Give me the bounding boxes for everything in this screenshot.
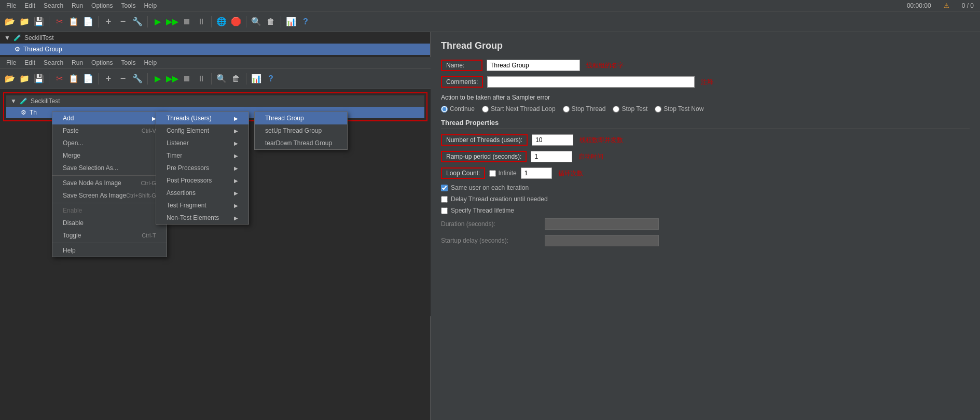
overlay-menu-options[interactable]: Options [87, 58, 117, 67]
radio-stop-thread[interactable]: Stop Thread [563, 105, 606, 113]
ov-save-btn[interactable]: 💾 [32, 72, 46, 86]
ctx-save-node[interactable]: Save Node As Image Ctrl-G [52, 177, 167, 189]
submenu-threads-users[interactable]: Threads (Users) ▶ [156, 112, 249, 124]
submenu-teardown-thread-group[interactable]: tearDown Thread Group [255, 137, 347, 149]
thread-group-label: Thread Group [265, 115, 304, 122]
ov-start-btn[interactable]: ▶ [151, 72, 164, 86]
ctx-toggle-label: Toggle [63, 232, 81, 239]
menu-run[interactable]: Run [67, 1, 87, 10]
submenu-config-element[interactable]: Config Element ▶ [156, 124, 249, 137]
radio-stop-test-now[interactable]: Stop Test Now [655, 105, 703, 113]
ctx-open[interactable]: Open... [52, 137, 167, 149]
submenu-pre-processors[interactable]: Pre Processors ▶ [156, 162, 249, 174]
overlay-menu-tools[interactable]: Tools [117, 58, 140, 67]
same-user-checkbox[interactable] [441, 185, 448, 191]
ov-template-btn[interactable]: 📊 [250, 72, 263, 86]
ov-paste-btn[interactable]: 📄 [81, 72, 95, 86]
loop-count-row: Loop Count: Infinite 循环次数 [441, 167, 970, 179]
num-threads-input[interactable] [532, 134, 573, 146]
submenu-thread-group[interactable]: Thread Group [255, 112, 347, 124]
help-button[interactable]: ? [299, 15, 312, 29]
new-button[interactable]: 📂 [3, 15, 17, 29]
template-button[interactable]: 📊 [284, 15, 298, 29]
submenu-assertions[interactable]: Assertions ▶ [156, 187, 249, 199]
ov-tree-child-label: Th [30, 109, 37, 116]
ctx-help[interactable]: Help [52, 244, 167, 257]
ov-copy-btn[interactable]: 📋 [67, 72, 80, 86]
ov-cut-btn[interactable]: ✂ [52, 72, 66, 86]
overlay-menu-help[interactable]: Help [140, 58, 161, 67]
submenu-setup-thread-group[interactable]: setUp Thread Group [255, 124, 347, 137]
ctx-save-screen[interactable]: Save Screen As Image Ctrl+Shift-G [52, 189, 167, 202]
stop-button[interactable]: ⏹ [180, 15, 194, 29]
overlay-menu-search[interactable]: Search [39, 58, 67, 67]
num-threads-row: Number of Threads (users): 线程数即并发数 [441, 134, 970, 146]
ov-config-btn[interactable]: 🔧 [131, 72, 144, 86]
submenu-non-test-elements[interactable]: Non-Test Elements ▶ [156, 212, 249, 224]
ov-add-btn[interactable]: + [102, 72, 115, 86]
menu-tools[interactable]: Tools [117, 1, 140, 10]
ov-open-btn[interactable]: 📁 [18, 72, 31, 86]
ov-tree-root[interactable]: ▼ 🧪 SeckillTest [6, 95, 424, 107]
loop-count-input[interactable] [521, 167, 552, 179]
ctx-save-selection-label: Save Selection As... [63, 164, 118, 172]
ov-help-btn[interactable]: ? [264, 72, 278, 86]
open-button[interactable]: 📁 [18, 15, 31, 29]
ctx-disable[interactable]: Disable [52, 217, 167, 229]
remove-button[interactable]: − [116, 15, 130, 29]
overlay-menu-file[interactable]: File [2, 58, 20, 67]
ov-new-btn[interactable]: 📂 [3, 72, 17, 86]
copy-button[interactable]: 📋 [67, 15, 80, 29]
ctx-add[interactable]: Add ▶ [52, 112, 167, 124]
ov-start2-btn[interactable]: ▶▶ [165, 72, 179, 86]
menu-edit[interactable]: Edit [20, 1, 39, 10]
submenu-test-fragment[interactable]: Test Fragment ▶ [156, 199, 249, 212]
submenu-timer[interactable]: Timer ▶ [156, 149, 249, 162]
shutdown-button[interactable]: ⏸ [195, 15, 208, 29]
remote-stop-button[interactable]: 🛑 [229, 15, 243, 29]
specify-lifetime-checkbox[interactable] [441, 207, 448, 214]
add-button[interactable]: + [102, 15, 115, 29]
ov-clear-btn[interactable]: 🗑 [229, 72, 243, 86]
ctx-save-selection[interactable]: Save Selection As... [52, 162, 167, 174]
name-input[interactable] [487, 60, 580, 71]
overlay-menu-edit[interactable]: Edit [20, 58, 39, 67]
ramp-up-input[interactable] [531, 151, 572, 162]
config-button[interactable]: 🔧 [131, 15, 144, 29]
submenu-listener[interactable]: Listener ▶ [156, 137, 249, 149]
duration-input[interactable] [545, 218, 659, 230]
start-no-pause-button[interactable]: ▶▶ [165, 15, 179, 29]
ctx-merge[interactable]: Merge [52, 149, 167, 162]
radio-stop-test[interactable]: Stop Test [613, 105, 647, 113]
menu-help[interactable]: Help [140, 1, 161, 10]
search-btn[interactable]: 🔍 [250, 15, 263, 29]
comments-input[interactable] [487, 76, 695, 88]
menu-file[interactable]: File [2, 1, 20, 10]
cut-button[interactable]: ✂ [52, 15, 66, 29]
menu-search[interactable]: Search [39, 1, 67, 10]
ov-sep3 [147, 73, 148, 85]
submenu-thread-types: Thread Group setUp Thread Group tearDown… [254, 111, 348, 150]
menu-options[interactable]: Options [87, 1, 117, 10]
submenu-post-processors[interactable]: Post Processors ▶ [156, 174, 249, 187]
delay-thread-checkbox[interactable] [441, 196, 448, 203]
ctx-paste[interactable]: Paste Ctrl-V [52, 124, 167, 137]
ctx-toggle[interactable]: Toggle Ctrl-T [52, 229, 167, 242]
overlay-menu-run[interactable]: Run [67, 58, 87, 67]
save-button[interactable]: 💾 [32, 15, 46, 29]
ov-pause-btn[interactable]: ⏸ [195, 72, 208, 86]
start-button[interactable]: ▶ [151, 15, 164, 29]
clear-btn[interactable]: 🗑 [264, 15, 278, 29]
tree-thread-group[interactable]: ⚙ Thread Group [0, 44, 430, 55]
radio-continue[interactable]: Continue [441, 105, 475, 113]
ov-remove-btn[interactable]: − [116, 72, 130, 86]
ov-stop-btn[interactable]: ⏹ [180, 72, 194, 86]
paste-button[interactable]: 📄 [81, 15, 95, 29]
infinite-checkbox-label[interactable]: Infinite [489, 170, 516, 177]
ov-search-btn[interactable]: 🔍 [215, 72, 228, 86]
remote-start-button[interactable]: 🌐 [215, 15, 228, 29]
infinite-checkbox[interactable] [489, 170, 496, 177]
tree-root[interactable]: ▼ 🧪 SeckillTest [0, 32, 430, 44]
startup-delay-input[interactable] [545, 235, 659, 246]
radio-start-next[interactable]: Start Next Thread Loop [482, 105, 556, 113]
